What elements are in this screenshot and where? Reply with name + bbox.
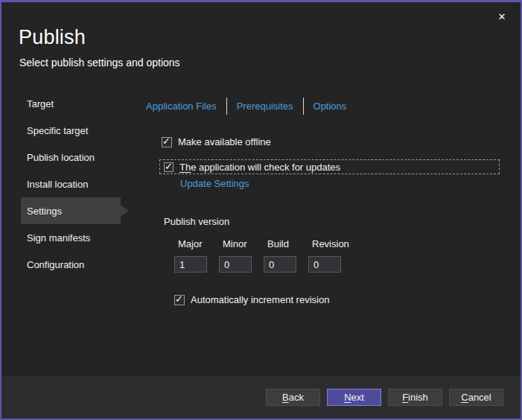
sidebar-item-label: Specific target — [27, 125, 88, 136]
finish-button[interactable]: Finish — [388, 389, 442, 406]
auto-increment-revision-checkbox[interactable]: ✓ Automatically increment revision — [174, 294, 329, 305]
checkbox-box[interactable]: ✓ — [164, 162, 174, 172]
tab-separator — [226, 98, 227, 115]
build-label: Build — [264, 238, 296, 249]
checkmark-icon: ✓ — [175, 293, 183, 305]
revision-field[interactable] — [308, 256, 341, 273]
back-button[interactable]: Back — [266, 389, 320, 406]
sidebar-item-specific-target[interactable]: Specific target — [21, 117, 121, 144]
sidebar-item-label: Settings — [27, 206, 62, 217]
sidebar-item-label: Target — [27, 98, 54, 109]
sidebar-item-target[interactable]: Target — [21, 90, 121, 117]
sidebar-item-configuration[interactable]: Configuration — [21, 251, 121, 278]
publish-version-label: Publish version — [164, 216, 229, 227]
revision-label: Revision — [308, 238, 341, 249]
checkbox-label: Make available offline — [178, 136, 271, 147]
checkbox-box[interactable]: ✓ — [174, 295, 185, 305]
minor-field[interactable] — [219, 256, 252, 273]
checkmark-icon: ✓ — [162, 136, 171, 147]
checkbox-label: Automatically increment revision — [191, 294, 329, 305]
tab-options[interactable]: Options — [313, 99, 347, 113]
checkbox-box[interactable]: ✓ — [162, 137, 172, 147]
tab-application-files[interactable]: Application Files — [146, 99, 217, 113]
tab-prerequisites[interactable]: Prerequisites — [237, 99, 293, 113]
selected-item-arrow — [121, 205, 129, 217]
cancel-button[interactable]: Cancel — [449, 389, 503, 406]
checkmark-icon: ✓ — [165, 161, 173, 173]
tab-separator — [303, 98, 304, 115]
check-for-updates-checkbox[interactable]: ✓ The application will check for updates — [159, 159, 500, 174]
build-field[interactable] — [264, 256, 296, 273]
update-settings-link[interactable]: Update Settings — [180, 178, 249, 189]
wizard-step-list: Target Specific target Publish location … — [21, 90, 133, 278]
sidebar-item-publish-location[interactable]: Publish location — [21, 144, 121, 171]
publish-dialog: ✕ Publish Select publish settings and op… — [0, 0, 522, 420]
minor-label: Minor — [219, 238, 252, 249]
page-subtitle: Select publish settings and options — [19, 57, 180, 69]
sidebar-item-label: Configuration — [27, 259, 84, 270]
sidebar-item-label: Publish location — [27, 152, 95, 163]
page-title: Publish — [19, 26, 86, 49]
make-available-offline-checkbox[interactable]: ✓ Make available offline — [162, 136, 271, 147]
settings-tab-bar: Application Files Prerequisites Options — [146, 98, 346, 115]
sidebar-item-label: Sign manifests — [27, 232, 90, 244]
close-icon[interactable]: ✕ — [495, 10, 509, 23]
major-field[interactable] — [174, 256, 207, 273]
sidebar-item-settings[interactable]: Settings — [21, 197, 121, 224]
major-label: Major — [174, 238, 207, 249]
sidebar-item-label: Install location — [27, 179, 88, 190]
next-button[interactable]: Next — [327, 389, 381, 406]
dialog-footer: Back Next Finish Cancel — [1, 376, 521, 419]
sidebar-item-install-location[interactable]: Install location — [21, 171, 121, 197]
checkbox-label: The application will check for updates — [179, 162, 340, 173]
sidebar-item-sign-manifests[interactable]: Sign manifests — [21, 224, 121, 251]
publish-version-grid: Major Minor Build Revision — [174, 238, 341, 273]
